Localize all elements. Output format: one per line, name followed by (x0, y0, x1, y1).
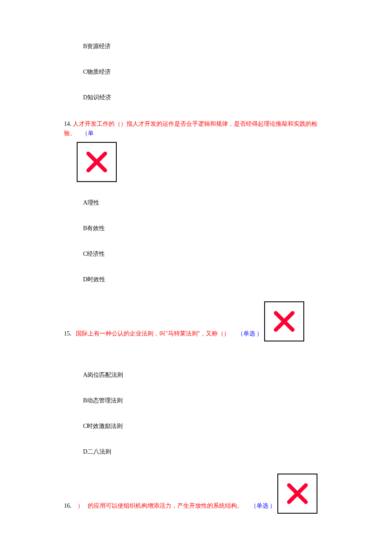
q15-text: 国际上有一种公认的企业法则，叫"马特莱法则"，又称（） (76, 330, 230, 337)
q14-option-b: B有效性 (64, 225, 328, 232)
question-14: 14. 人才开发工作的（）指人才开发的运作是否合乎逻辑和规律，是否经得起理论推敲… (64, 119, 328, 283)
q16-stem-row: 16. ） 的应用可以使组织机构增添活力，产生开放性的系统结构。 （单选 ） (64, 474, 328, 514)
q15-option-c: C时效激励法则 (64, 422, 328, 430)
q13-option-d: D知识经济 (64, 94, 328, 101)
q16-text: 的应用可以使组织机构增添活力，产生开放性的系统结构。 (88, 503, 243, 509)
q13-option-c: C物质经济 (64, 68, 328, 76)
q16-number: 16. (64, 503, 72, 509)
q14-number: 14. (64, 121, 72, 127)
document-page: B资源经济 C物质经济 D知识经济 14. 人才开发工作的（）指人才开发的运作是… (0, 0, 392, 552)
q15-type-label: （单选 ） (237, 330, 263, 337)
q15-number: 15. (64, 330, 72, 337)
q15-option-a: A岗位匹配法则 (64, 371, 328, 379)
q14-option-d: D时效性 (64, 276, 328, 283)
q14-text: 人才开发工作的（）指人才开发的运作是否合乎逻辑和规律，是否经得起理论推敲和实践的… (64, 121, 317, 136)
q15-option-d: D二八法则 (64, 448, 328, 456)
q16-type-label: （单选 ） (251, 503, 276, 509)
question-15: 15. 国际上有一种公认的企业法则，叫"马特莱法则"，又称（） （单选 ） A岗… (64, 301, 328, 456)
broken-image-icon (77, 142, 117, 182)
q14-type-label: （单 (82, 130, 94, 136)
q14-option-a: A理性 (64, 199, 328, 207)
question-16: 16. ） 的应用可以使组织机构增添活力，产生开放性的系统结构。 （单选 ） (64, 474, 328, 514)
q15-stem-row: 15. 国际上有一种公认的企业法则，叫"马特莱法则"，又称（） （单选 ） (64, 301, 328, 341)
q14-stem: 14. 人才开发工作的（）指人才开发的运作是否合乎逻辑和规律，是否经得起理论推敲… (64, 119, 328, 139)
broken-image-icon (264, 301, 304, 341)
broken-image-icon (277, 474, 317, 514)
q14-option-c: C经济性 (64, 250, 328, 258)
q15-option-b: B动态管理法则 (64, 397, 328, 405)
q16-text-prefix: ） (78, 503, 84, 509)
q13-option-b: B资源经济 (64, 43, 328, 50)
